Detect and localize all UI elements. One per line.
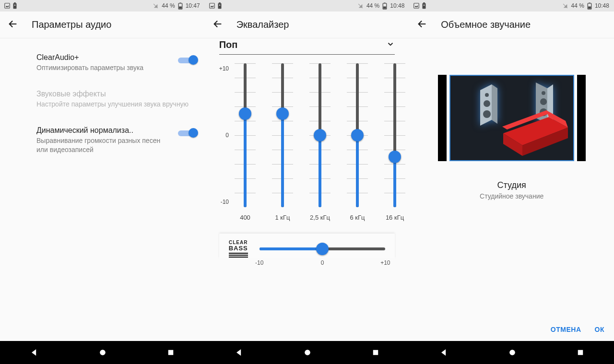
- setting-title: ClearAudio+: [36, 53, 173, 62]
- svg-rect-16: [424, 2, 425, 3]
- status-bar: 44 % 10:48: [205, 0, 410, 12]
- nav-back-icon[interactable]: [29, 348, 39, 357]
- svg-rect-12: [384, 2, 386, 3]
- preset-selector[interactable]: Поп: [219, 38, 395, 55]
- preset-label: Поп: [219, 39, 238, 50]
- no-sim-icon: [357, 3, 364, 9]
- prev-card-edge[interactable]: [438, 75, 447, 161]
- svg-rect-13: [383, 6, 386, 9]
- ok-button[interactable]: ОК: [595, 326, 604, 333]
- back-icon[interactable]: [213, 19, 223, 31]
- nav-back-icon[interactable]: [234, 348, 244, 357]
- svg-rect-0: [5, 3, 10, 9]
- svg-rect-39: [373, 350, 378, 355]
- eq-band-3[interactable]: 6 кГц: [347, 63, 368, 221]
- svg-point-29: [540, 98, 547, 105]
- screen-audio-settings: 44 % 10:47 Параметры аудио ClearAudio+ О…: [0, 0, 205, 341]
- setting-sub: Выравнивание громкости разных песен или …: [36, 136, 173, 153]
- setting-sub: Настройте параметры улучшения звука вруч…: [36, 100, 197, 108]
- image-icon: [413, 2, 420, 9]
- nav-back-icon[interactable]: [439, 348, 449, 357]
- eq-scale: +10 0 -10: [219, 63, 229, 207]
- svg-point-23: [485, 93, 489, 97]
- svg-rect-5: [179, 2, 181, 3]
- battery-icon: [382, 2, 387, 10]
- eq-band-label: 2,5 кГц: [310, 214, 330, 221]
- svg-marker-22: [492, 84, 497, 124]
- svg-point-38: [305, 350, 310, 355]
- surround-carousel[interactable]: [417, 60, 606, 176]
- svg-rect-6: [179, 6, 182, 9]
- svg-rect-15: [423, 3, 426, 9]
- switch-normalize[interactable]: [178, 128, 197, 138]
- setting-normalize[interactable]: Динамический нормализа.. Выравнивание гр…: [8, 119, 197, 164]
- eq-band-0[interactable]: 400: [235, 63, 256, 221]
- clear-bass-logo: CLEAR BASS: [229, 240, 248, 258]
- preset-card-studio[interactable]: [449, 75, 574, 161]
- system-navbar: [409, 341, 614, 364]
- no-sim-icon: [153, 3, 159, 9]
- page-title: Эквалайзер: [236, 19, 289, 30]
- svg-rect-9: [219, 2, 221, 3]
- surround-preset-name: Студия: [417, 180, 606, 190]
- app-bar: Параметры аудио: [0, 12, 205, 38]
- svg-point-40: [509, 350, 515, 355]
- nav-home-icon[interactable]: [508, 348, 517, 357]
- setting-sound-effects: Звуковые эффекты Настройте параметры улу…: [8, 82, 197, 119]
- svg-point-28: [542, 91, 545, 95]
- svg-rect-1: [13, 3, 17, 9]
- back-icon[interactable]: [8, 19, 18, 31]
- clear-bass-panel: CLEAR BASS -10 0 +10: [219, 234, 395, 258]
- eq-sliders: 4001 кГц2,5 кГц6 кГц16 кГц: [234, 63, 406, 221]
- battery-icon: [178, 2, 183, 10]
- battery-text: 44 %: [366, 2, 379, 9]
- setting-sub: Оптимизировать параметры звука: [36, 63, 173, 72]
- setting-title: Звуковые эффекты: [36, 89, 197, 99]
- eq-band-label: 400: [240, 214, 250, 221]
- clock: 10:48: [595, 2, 609, 9]
- svg-rect-20: [588, 6, 591, 9]
- svg-rect-19: [589, 2, 590, 3]
- no-sim-icon: [562, 3, 568, 9]
- svg-rect-8: [218, 3, 221, 9]
- svg-point-25: [483, 110, 491, 118]
- bass-slider[interactable]: -10 0 +10: [260, 239, 386, 258]
- sofa-icon: [502, 110, 568, 156]
- system-navbar-row: [0, 341, 614, 364]
- next-card-edge[interactable]: [577, 75, 586, 161]
- speaker-left-icon: [480, 84, 497, 126]
- nav-recent-icon[interactable]: [576, 348, 585, 357]
- cancel-button[interactable]: ОТМЕНА: [551, 326, 581, 333]
- battery-text: 44 %: [162, 2, 175, 9]
- battery-plus-icon: [422, 2, 426, 9]
- svg-point-36: [100, 350, 106, 355]
- eq-band-1[interactable]: 1 кГц: [272, 63, 293, 221]
- status-bar: 44 % 10:48: [409, 0, 614, 12]
- image-icon: [4, 2, 11, 9]
- eq-band-2[interactable]: 2,5 кГц: [309, 63, 331, 221]
- clock: 10:48: [390, 2, 404, 9]
- battery-icon: [587, 2, 592, 10]
- svg-rect-41: [578, 350, 583, 355]
- screen-surround: 44 % 10:48 Объемное звучание: [409, 0, 614, 341]
- image-icon: [209, 2, 215, 9]
- switch-clearaudio[interactable]: [178, 55, 197, 65]
- surround-preset-desc: Студийное звучание: [417, 192, 606, 200]
- nav-home-icon[interactable]: [98, 348, 107, 357]
- page-title: Параметры аудио: [32, 19, 111, 30]
- nav-home-icon[interactable]: [303, 348, 312, 357]
- screen-equalizer: 44 % 10:48 Эквалайзер Поп +10 0 -10 4001…: [205, 0, 410, 341]
- battery-plus-icon: [217, 2, 222, 9]
- nav-recent-icon[interactable]: [166, 348, 175, 357]
- setting-clearaudio[interactable]: ClearAudio+ Оптимизировать параметры зву…: [8, 46, 197, 82]
- system-navbar: [0, 341, 205, 364]
- battery-text: 44 %: [571, 2, 584, 9]
- app-bar: Объемное звучание: [409, 12, 614, 38]
- nav-recent-icon[interactable]: [371, 348, 380, 357]
- chevron-down-icon: [386, 40, 395, 50]
- back-icon[interactable]: [417, 19, 427, 31]
- svg-point-24: [484, 100, 490, 107]
- clock: 10:47: [186, 2, 200, 9]
- eq-band-4[interactable]: 16 кГц: [384, 63, 405, 221]
- svg-rect-2: [14, 2, 16, 3]
